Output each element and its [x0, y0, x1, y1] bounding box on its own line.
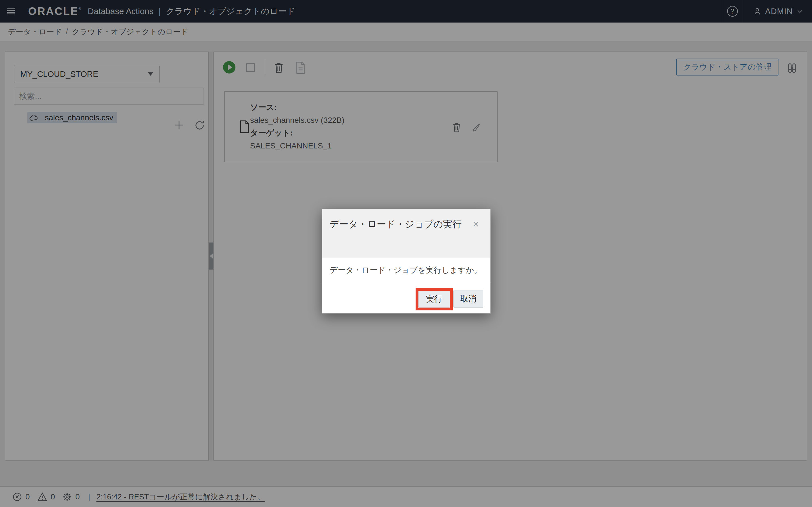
dialog-header: データ・ロード・ジョブの実行 ×: [322, 209, 490, 257]
dialog-title: データ・ロード・ジョブの実行: [329, 215, 462, 233]
dialog-message: データ・ロード・ジョブを実行しますか。: [329, 265, 482, 276]
click-annotation-box: 実行: [416, 288, 453, 311]
run-button[interactable]: 実行: [418, 291, 450, 307]
dialog-footer: 実行 取消: [322, 283, 490, 314]
app-window: ORACLE® Database Actions | クラウド・オブジェクトのロ…: [0, 0, 812, 507]
run-job-dialog: データ・ロード・ジョブの実行 × データ・ロード・ジョブを実行しますか。 実行 …: [322, 209, 491, 314]
cancel-button[interactable]: 取消: [453, 290, 483, 307]
dialog-body: データ・ロード・ジョブを実行しますか。: [322, 257, 490, 283]
close-icon[interactable]: ×: [473, 219, 479, 229]
